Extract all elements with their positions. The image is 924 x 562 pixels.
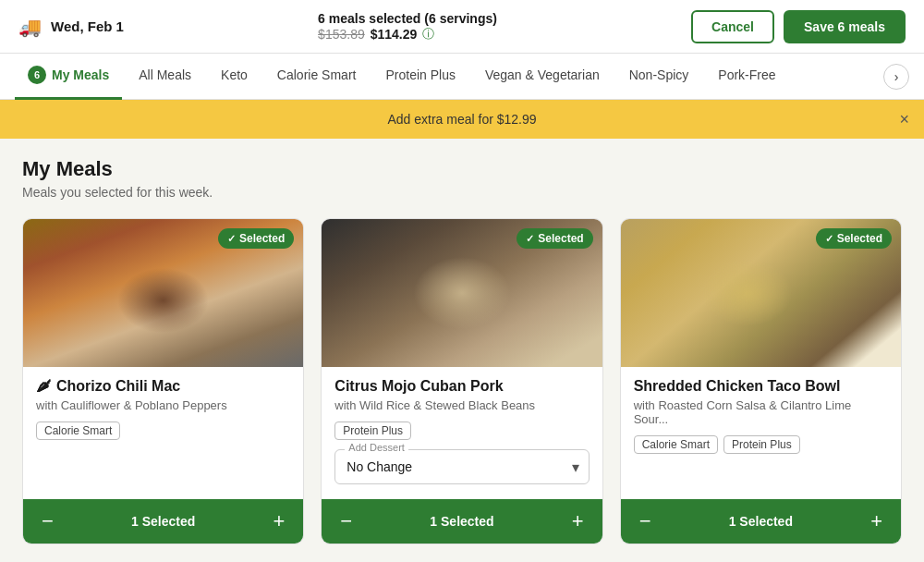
meals-selected-text: 6 meals selected (6 servings) [318,11,497,26]
meal-title-chicken: Shredded Chicken Taco Bowl [634,378,841,395]
old-price: $153.89 [318,27,365,42]
selected-label-chicken: Selected [837,232,882,245]
section-title: My Meals [22,157,902,181]
new-price: $114.29 [371,27,418,42]
increase-citrus[interactable]: + [568,511,588,531]
tab-calorie-smart[interactable]: Calorie Smart [264,55,370,98]
add-dessert-container: Add Dessert No Change ▾ [334,449,589,484]
decrease-citrus[interactable]: − [336,511,356,531]
selected-badge-citrus: ✓ Selected [517,228,592,249]
tab-vegan-label: Vegan & Vegetarian [485,67,600,82]
nav-tabs: 6 My Meals All Meals Keto Calorie Smart … [0,54,924,100]
card-footer-chorizo: − 1 Selected + [23,499,303,544]
tab-keto-label: Keto [221,67,248,82]
meal-name-chicken: Shredded Chicken Taco Bowl [634,378,888,395]
meal-title-citrus: Citrus Mojo Cuban Pork [334,378,503,395]
header-center: 6 meals selected (6 servings) $153.89 $1… [318,11,497,43]
tag-protein-plus-citrus: Protein Plus [334,422,411,440]
truck-icon: 🚚 [18,16,42,38]
chili-icon: 🌶 [36,378,51,395]
banner-text: Add extra meal for $12.99 [387,112,536,127]
info-icon[interactable]: ⓘ [422,26,434,43]
tab-protein-plus[interactable]: Protein Plus [372,55,468,98]
selected-badge-chorizo: ✓ Selected [218,228,294,249]
tab-vegan[interactable]: Vegan & Vegetarian [472,55,613,98]
increase-chicken[interactable]: + [867,511,886,531]
tab-my-meals[interactable]: 6 My Meals [15,53,122,100]
selected-label-chorizo: Selected [239,232,285,245]
check-icon-chicken: ✓ [825,233,833,245]
tab-non-spicy-label: Non-Spicy [629,67,689,82]
qty-label-chicken: 1 Selected [729,514,793,529]
header-right: Cancel Save 6 meals [691,10,906,43]
price-row: $153.89 $114.29 ⓘ [318,26,497,43]
main-content: My Meals Meals you selected for this wee… [0,139,924,562]
qty-label-chorizo: 1 Selected [131,514,195,529]
increase-chorizo[interactable]: + [269,511,288,531]
my-meals-badge: 6 [28,66,46,84]
meal-desc-citrus: with Wild Rice & Stewed Black Beans [334,398,589,412]
card-footer-chicken: − 1 Selected + [621,499,901,544]
close-icon[interactable]: × [899,110,909,129]
header: 🚚 Wed, Feb 1 6 meals selected (6 serving… [0,0,924,54]
meal-title-chorizo: Chorizo Chili Mac [56,378,180,395]
nav-scroll-right[interactable]: › [883,64,909,90]
meal-image-chicken[interactable]: ✓ Selected [621,219,901,367]
tab-pork-free[interactable]: Pork-Free [705,55,788,98]
meal-desc-chicken: with Roasted Corn Salsa & Cilantro Lime … [634,398,888,426]
section-subtitle: Meals you selected for this week. [22,185,902,200]
chevron-right-icon: › [894,69,899,84]
tab-all-meals-label: All Meals [139,67,191,82]
meals-grid: ✓ Selected 🌶 Chorizo Chili Mac with Caul… [22,218,902,544]
tab-all-meals[interactable]: All Meals [126,55,204,98]
meal-card-citrus: ✓ Selected Citrus Mojo Cuban Pork with W… [321,218,602,544]
promo-banner: Add extra meal for $12.99 × [0,100,924,139]
delivery-date: Wed, Feb 1 [51,18,124,34]
add-dessert-select[interactable]: No Change [335,450,588,483]
tag-calorie-smart-chicken: Calorie Smart [634,435,718,454]
tag-calorie-smart-chorizo: Calorie Smart [36,422,120,440]
meal-image-citrus[interactable]: ✓ Selected [322,219,602,367]
header-left: 🚚 Wed, Feb 1 [18,16,124,38]
tab-keto[interactable]: Keto [208,55,261,98]
tab-non-spicy[interactable]: Non-Spicy [616,55,702,98]
add-dessert-label: Add Dessert [345,442,408,453]
meal-name-chorizo: 🌶 Chorizo Chili Mac [36,378,290,395]
meal-name-citrus: Citrus Mojo Cuban Pork [334,378,589,395]
check-icon-citrus: ✓ [526,233,534,245]
decrease-chorizo[interactable]: − [38,511,57,531]
qty-label-citrus: 1 Selected [430,514,493,529]
meal-desc-chorizo: with Cauliflower & Poblano Peppers [36,398,290,412]
check-icon: ✓ [227,233,236,245]
meal-card-chorizo: ✓ Selected 🌶 Chorizo Chili Mac with Caul… [22,218,304,544]
meal-image-chorizo[interactable]: ✓ Selected [23,219,303,367]
tab-calorie-smart-label: Calorie Smart [277,67,357,82]
tab-pork-free-label: Pork-Free [718,67,775,82]
card-body-citrus: Citrus Mojo Cuban Pork with Wild Rice & … [322,367,602,499]
card-body-chicken: Shredded Chicken Taco Bowl with Roasted … [621,367,901,499]
tab-my-meals-label: My Meals [52,67,109,82]
card-footer-citrus: − 1 Selected + [322,499,602,544]
meal-card-chicken: ✓ Selected Shredded Chicken Taco Bowl wi… [620,218,902,544]
meal-tags-citrus: Protein Plus [334,422,589,440]
selected-badge-chicken: ✓ Selected [816,228,892,249]
tab-protein-plus-label: Protein Plus [385,67,455,82]
decrease-chicken[interactable]: − [636,511,655,531]
meal-tags-chicken: Calorie Smart Protein Plus [634,435,888,454]
tag-protein-plus-chicken: Protein Plus [723,435,800,454]
card-body-chorizo: 🌶 Chorizo Chili Mac with Cauliflower & P… [23,367,303,499]
cancel-button[interactable]: Cancel [691,10,774,43]
selected-label-citrus: Selected [538,232,583,245]
meal-tags-chorizo: Calorie Smart [36,422,290,440]
save-button[interactable]: Save 6 meals [784,10,906,43]
